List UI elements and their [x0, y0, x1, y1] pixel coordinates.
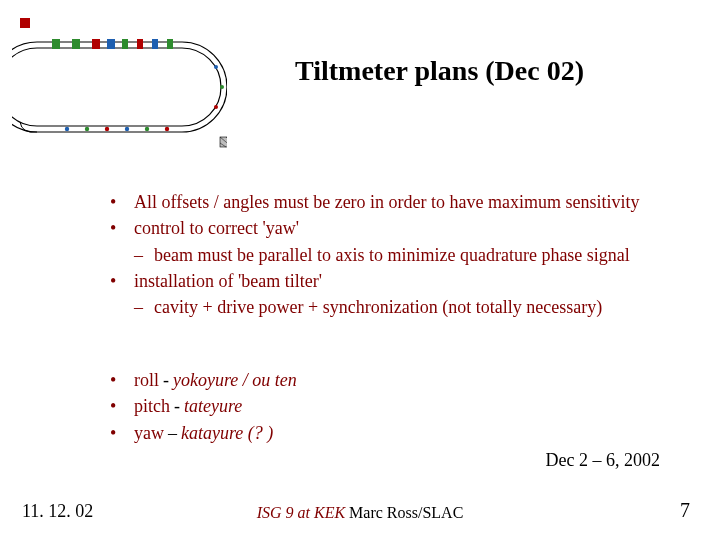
bullet-marker: •: [110, 421, 134, 445]
sub-bullet-marker: –: [134, 243, 154, 267]
svg-point-11: [105, 127, 109, 131]
bullet-marker: •: [110, 269, 134, 293]
sub-bullet-text: cavity + drive power + synchronization (…: [154, 295, 640, 319]
svg-rect-5: [122, 39, 128, 49]
bullet-marker: •: [110, 216, 134, 240]
main-bullet-list: •All offsets / angles must be zero in or…: [110, 190, 640, 321]
bullet-item: •All offsets / angles must be zero in or…: [110, 190, 640, 214]
sub-bullet-item: –cavity + drive power + synchronization …: [134, 295, 640, 319]
bullet-item: •installation of 'beam tilter': [110, 269, 640, 293]
ring-diagram: [12, 12, 227, 152]
svg-rect-3: [92, 39, 100, 49]
svg-rect-4: [107, 39, 115, 49]
svg-point-16: [220, 85, 224, 89]
bullet-text: installation of 'beam tilter': [134, 269, 640, 293]
bullet-marker: •: [110, 190, 134, 214]
svg-point-12: [125, 127, 129, 131]
bullet-text: All offsets / angles must be zero in ord…: [134, 190, 640, 214]
slide-title: Tiltmeter plans (Dec 02): [295, 55, 584, 87]
svg-point-17: [214, 105, 218, 109]
svg-rect-7: [152, 39, 158, 49]
term-value: katayure (? ): [181, 421, 273, 445]
svg-rect-6: [137, 39, 143, 49]
svg-point-10: [85, 127, 89, 131]
svg-rect-8: [167, 39, 173, 49]
page-number: 7: [680, 499, 690, 522]
term-separator: -: [163, 368, 169, 392]
term-separator: -: [174, 394, 180, 418]
bullet-marker: •: [110, 394, 134, 418]
svg-rect-1: [52, 39, 60, 49]
term-label: pitch: [134, 394, 170, 418]
svg-point-14: [165, 127, 169, 131]
date-range: Dec 2 – 6, 2002: [546, 450, 660, 471]
term-label: yaw: [134, 421, 164, 445]
terms-bullet-list: •roll - yokoyure / ou ten•pitch - tateyu…: [110, 368, 297, 447]
sub-bullet-text: beam must be parallel to axis to minimiz…: [154, 243, 640, 267]
footer-author: Marc Ross/SLAC: [345, 504, 463, 521]
svg-point-9: [65, 127, 69, 131]
term-value: yokoyure / ou ten: [173, 368, 297, 392]
sub-bullet-item: –beam must be parallel to axis to minimi…: [134, 243, 640, 267]
bullet-marker: •: [110, 368, 134, 392]
svg-rect-0: [20, 18, 30, 28]
svg-point-13: [145, 127, 149, 131]
term-label: roll: [134, 368, 159, 392]
term-item: •roll - yokoyure / ou ten: [110, 368, 297, 392]
term-item: •pitch - tateyure: [110, 394, 297, 418]
term-item: •yaw – katayure (? ): [110, 421, 297, 445]
svg-point-15: [214, 65, 218, 69]
footer-center: ISG 9 at KEK Marc Ross/SLAC: [0, 504, 720, 522]
term-separator: –: [168, 421, 177, 445]
sub-bullet-marker: –: [134, 295, 154, 319]
term-value: tateyure: [184, 394, 242, 418]
bullet-item: •control to correct 'yaw': [110, 216, 640, 240]
bullet-text: control to correct 'yaw': [134, 216, 640, 240]
footer-event: ISG 9 at KEK: [257, 504, 345, 521]
svg-rect-2: [72, 39, 80, 49]
slide: Tiltmeter plans (Dec 02) •All offsets / …: [0, 0, 720, 540]
